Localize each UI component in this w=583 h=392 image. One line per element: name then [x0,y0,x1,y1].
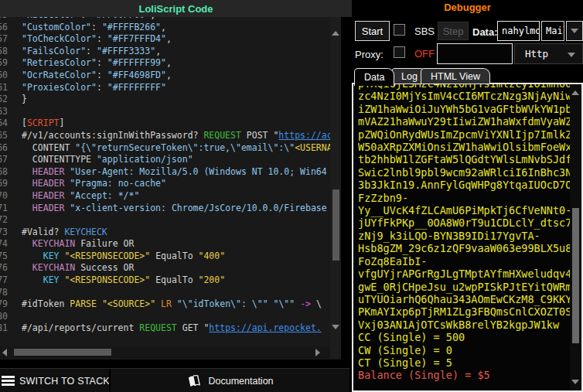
code-line: 69 HEADER "Pragma: no-cache" [0,178,330,190]
data-view-line: zc4NzI0MjYsImV4cCI6MTczNzg3NjAyNiw [358,90,571,102]
data-view-line: W50aXRpZXMiOnsiZW1haWwiOlsibmFoeWx [358,141,571,153]
data-view-line: vfgUYjrAPGrRgJLgTMptAYfmHXweludqv4 [358,268,571,280]
line-number: 68 [0,166,8,179]
scroll-left-arrow-icon[interactable] [2,349,7,356]
line-number: 67 [0,154,8,166]
data-view-line: gwE_0RjCHpeJsu_u2wpPISkPJtEYitQWRm [358,281,571,293]
data-view-scrollbar-thumb[interactable] [572,208,579,343]
line-number: 75 [0,251,8,263]
line-number: 74 [0,238,8,251]
code-line: 73#Valid? KEYCHECK [0,227,330,239]
debugger-data-lines: pYXQiOjE3Mzc4NzI0MjYsImlzcyI6Imh0dHzc4Nz… [358,83,571,382]
data-view-line: Hsb8gZM_29c6z1zQF9vaaW063e99BLX5u8 [358,242,571,254]
line-number: 80 [0,311,8,323]
code-line: 66 CONTENT "{\"returnSecureToken\":true,… [0,142,330,155]
loliscript-title: LoliScript Code [138,3,213,15]
code-line: 78 [0,287,330,299]
data-view-line: jUYfFkPKp__0OA8W0rT9u1CDLclY_dtsc7 [358,216,571,229]
chevron-down-icon [568,53,575,57]
data-input[interactable]: nahylmoh [497,21,540,41]
line-number: 69 [0,178,8,190]
code-line: 64[SCRIPT] [0,118,330,130]
code-line: 62} [0,94,330,106]
editor-bottom-bar: SWITCH TO STACK VIEW Documentation [0,368,349,392]
data-view-line: pZWQiOnRydWUsImZpcmViYXNlIjp7ImlkZ [358,128,571,141]
data-view-line: CT (Single) = 5 [358,356,571,369]
line-number: 78 [0,287,8,299]
line-number: 57 [0,33,8,46]
line-number: 72 [0,214,8,227]
data-view-scrollbar[interactable] [570,84,581,390]
proxy-type-value: Http [525,48,548,60]
wordlist-type-value: Mail [546,26,564,36]
code-line: 67 CONTENTTYPE "application/json" [0,154,330,166]
tab-html-view[interactable]: HTML View [421,68,490,84]
code-line: 65#/v1/accounts:signInWithPassword? REQU… [0,130,330,142]
proxy-type-select[interactable]: Http [514,43,583,64]
editor-horizontal-scrollbar-thumb[interactable] [14,349,111,356]
data-view-line: CW (Single) = 0 [358,344,571,356]
code-line: 63 [0,106,330,118]
debugger-data-view: pYXQiOjE3Mzc4NzI0MjYsImlzcyI6Imh0dHzc4Nz… [352,83,583,392]
data-view-line: Vxj03AN1AjOTCsWkB8relYB2kgpJW1kw [358,319,571,331]
scroll-up-arrow-icon[interactable] [332,31,339,36]
sbs-checkbox[interactable] [394,24,405,36]
tab-data[interactable]: Data [354,68,394,86]
wordlist-type-dropdown-button[interactable] [566,21,583,41]
scroll-down-arrow-icon[interactable] [571,380,579,384]
code-line: 74 KEYCHAIN Failure OR [0,238,330,251]
line-number: 58 [0,46,8,58]
data-view-line: FoZq8EaIbI- [358,255,571,268]
start-button-label: Start [362,26,383,37]
start-button[interactable]: Start [355,21,390,41]
line-number: 63 [0,106,8,118]
switch-to-stack-view-button[interactable]: SWITCH TO STACK VIEW [0,369,109,392]
scroll-down-arrow-icon[interactable] [332,325,339,329]
editor-vertical-scrollbar[interactable] [330,17,341,358]
line-number: 56 [0,22,8,34]
data-label: Data: [472,26,498,38]
line-number: 73 [0,227,8,239]
code-line: 77 KEY "<RESPONSECODE>" EqualTo "200" [0,274,330,287]
line-number: 62 [0,94,8,106]
line-number: 61 [0,82,8,94]
code-line: 75 KEY "<RESPONSECODE>" EqualTo "400" [0,251,330,263]
data-view-line: iZW1haWwiOiJuYWh5bG1vaGFtbWVkYW1pb [358,103,571,115]
code-line: 68 HEADER "User-Agent: Mozilla/5.0 (Wind… [0,166,330,179]
documentation-label: Documentation [208,376,273,387]
code-line: 71 HEADER "x-client-version: Chrome/JsCo… [0,203,330,215]
data-input-value: nahylmoh [502,26,540,36]
debugger-title: Debugger [352,2,583,13]
proxy-status-badge: OFF [414,48,435,60]
proxy-checkbox[interactable] [394,46,405,58]
line-number: 65 [0,130,8,142]
data-view-line: Balance (Single) = $5 [358,369,571,381]
code-line: 76 KEYCHAIN Success OR [0,262,330,274]
data-view-line: tb2hhbW1lZGFtaW5lQGdtYWlsLmNvbSJdf [358,153,571,165]
code-editor[interactable]: 55"HitsColor": "#FF00FF00",56"CustomColo… [0,17,341,360]
code-line: 72 [0,214,330,227]
step-button[interactable]: Step [438,22,469,40]
line-number: 70 [0,190,8,203]
code-lines: 55"HitsColor": "#FF00FF00",56"CustomColo… [0,17,330,335]
menu-icon [2,374,15,388]
code-line: 70 HEADER "Accept: */*" [0,190,330,203]
scroll-right-arrow-icon[interactable] [315,349,320,356]
data-view-line: zNj9_k3iLQO-BYN3B9IDi17YgvTA- [358,230,571,242]
wordlist-type-select[interactable]: Mail [541,21,564,41]
code-line: 56"CustomColor": "#FFFFB266", [0,22,330,34]
openbullet-config-window: LoliScript Code 55"HitsColor": "#FF00FF0… [0,0,583,392]
data-view-line: FzZzbn9- [358,192,571,204]
scroll-up-arrow-icon[interactable] [571,90,579,95]
documentation-button[interactable]: Documentation [111,369,349,392]
editor-horizontal-scrollbar[interactable] [0,346,330,358]
documentation-book-icon [186,374,202,388]
switch-to-stack-view-label: SWITCH TO STACK VIEW [19,376,109,387]
code-line: 60"OcrRateColor": "#FF4698FD", [0,70,330,82]
line-number: 66 [0,142,8,155]
data-view-line: Swic2lnbl9pbl9wcm92aWRlciI6InBhc3N [358,166,571,179]
line-number: 59 [0,57,8,70]
code-line: 59"RetriesColor": "#FFFFFF99", [0,57,330,70]
editor-vertical-scrollbar-thumb[interactable] [332,189,339,261]
proxy-input[interactable] [437,43,513,64]
